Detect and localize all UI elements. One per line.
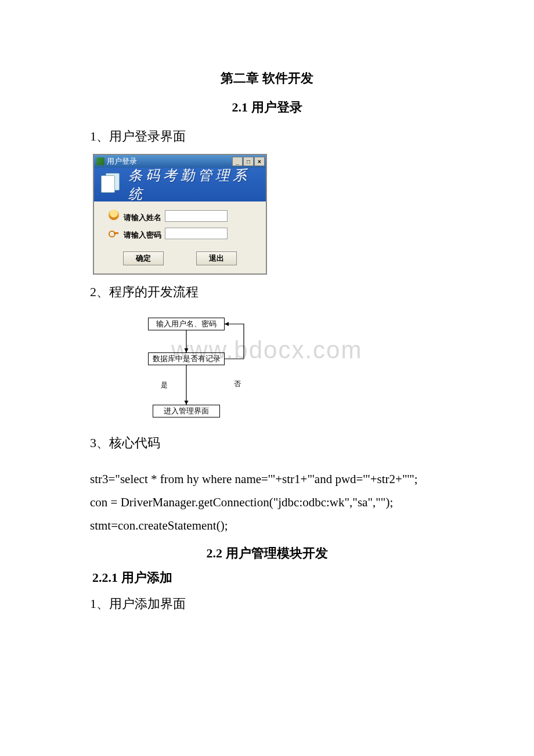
name-input[interactable]: [165, 210, 228, 222]
login-window: 用户登录 _ □ × 条码考勤管理系统 请输入姓名 请输入密码 确定: [93, 154, 267, 275]
user-icon: [109, 210, 119, 220]
flow-box-enter: 进入管理界面: [153, 405, 220, 417]
password-label: 请输入密码: [102, 227, 165, 240]
key-icon: [109, 227, 119, 237]
list-item-4: 1、用户添加界面: [90, 595, 444, 613]
minimize-button[interactable]: _: [232, 157, 243, 166]
maximize-button[interactable]: □: [243, 157, 254, 166]
flow-label-yes: 是: [161, 380, 168, 390]
section-2-1-title: 2.1 用户登录: [90, 99, 444, 116]
close-button[interactable]: ×: [254, 157, 265, 166]
code-line-2: con = DriverManager.getConnection("jdbc:…: [90, 491, 444, 514]
code-line-1: str3="select * from hy where name='"+str…: [90, 468, 444, 491]
flow-box-input: 输入用户名、密码: [148, 318, 225, 330]
login-form: 请输入姓名 请输入密码 确定 退出: [94, 201, 266, 273]
list-item-3: 3、核心代码: [90, 434, 444, 452]
list-item-1: 1、用户登录界面: [90, 128, 444, 145]
code-line-3: stmt=con.createStatement();: [90, 514, 444, 538]
name-label: 请输入姓名: [102, 210, 165, 223]
ok-button[interactable]: 确定: [123, 251, 164, 265]
window-title: 用户登录: [107, 156, 137, 167]
section-2-2-title: 2.2 用户管理模块开发: [90, 545, 444, 562]
section-2-2-1-title: 2.2.1 用户添加: [92, 569, 444, 586]
chapter-title: 第二章 软件开发: [90, 70, 444, 87]
flowchart: www.bdocx.com 输入用户名、密码 数据库中是否有记录 进入管理界面 …: [119, 309, 252, 426]
documents-icon: [98, 172, 122, 197]
password-input[interactable]: [165, 228, 228, 239]
app-icon: [96, 157, 104, 165]
list-item-2: 2、程序的开发流程: [90, 283, 444, 301]
flow-box-db-check: 数据库中是否有记录: [148, 352, 225, 365]
exit-button[interactable]: 退出: [196, 251, 237, 265]
code-snippet: str3="select * from hy where name='"+str…: [90, 468, 444, 538]
banner-text: 条码考勤管理系统: [128, 166, 266, 203]
banner: 条码考勤管理系统: [94, 168, 266, 201]
flow-label-no: 否: [234, 379, 241, 389]
